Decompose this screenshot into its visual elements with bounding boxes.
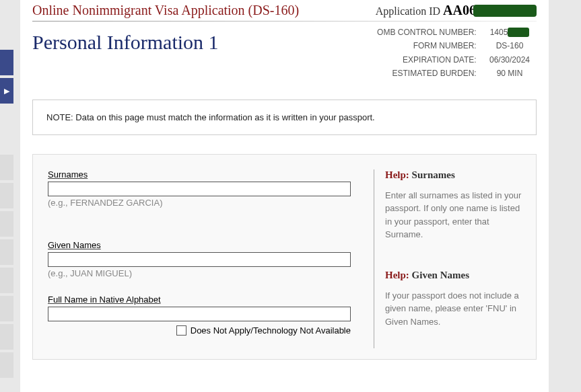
- section-title: Personal Information 1: [32, 26, 219, 54]
- application-id-value: AA06: [443, 3, 476, 17]
- burden-label: ESTIMATED BURDEN:: [362, 67, 477, 80]
- divider: [32, 21, 537, 22]
- form-area: Surnames (e.g., FERNANDEZ GARCIA) Given …: [32, 154, 537, 360]
- redaction-block: [473, 5, 537, 17]
- native-name-input[interactable]: [48, 307, 351, 321]
- does-not-apply-checkbox[interactable]: [176, 325, 186, 336]
- burden-value: 90 MIN: [483, 67, 537, 80]
- sidebar-tab[interactable]: [0, 239, 13, 265]
- sidebar-tab[interactable]: [0, 352, 13, 378]
- sidebar-tab[interactable]: [0, 155, 13, 180]
- surnames-hint: (e.g., FERNANDEZ GARCIA): [48, 198, 363, 208]
- help-heading-given: Help: Given Names: [385, 270, 525, 281]
- help-heading-surnames: Help: Surnames: [385, 169, 525, 181]
- native-name-label: Full Name in Native Alphabet: [48, 295, 363, 305]
- sidebar-tab[interactable]: [0, 296, 13, 321]
- sidebar-tab[interactable]: [0, 183, 13, 208]
- sidebar-tab[interactable]: [0, 211, 13, 237]
- sidebar-tab-arrow[interactable]: ▶: [0, 78, 13, 104]
- surnames-label: Surnames: [48, 169, 363, 180]
- given-names-label: Given Names: [48, 240, 363, 250]
- app-title: Online Nonimmigrant Visa Application (DS…: [32, 3, 299, 18]
- form-metadata: OMB CONTROL NUMBER: 1405 FORM NUMBER: DS…: [362, 26, 537, 81]
- help-text-surnames: Enter all surnames as listed in your pas…: [385, 189, 525, 241]
- help-text-given: If your passport does not include a give…: [385, 289, 525, 329]
- omb-label: OMB CONTROL NUMBER:: [362, 26, 477, 39]
- form-number-label: FORM NUMBER:: [362, 39, 477, 52]
- does-not-apply-label: Does Not Apply/Technology Not Available: [191, 325, 351, 336]
- note-box: NOTE: Data on this page must match the i…: [32, 100, 537, 135]
- sidebar-tab[interactable]: [0, 50, 13, 75]
- sidebar-tab[interactable]: [0, 324, 13, 350]
- form-number-value: DS-160: [483, 39, 537, 52]
- sidebar-tab[interactable]: [0, 268, 13, 293]
- application-id-label: Application ID: [376, 5, 440, 17]
- surnames-input[interactable]: [48, 182, 351, 196]
- expiration-label: EXPIRATION DATE:: [362, 53, 477, 67]
- application-id: Application ID AA06: [376, 3, 537, 18]
- given-names-hint: (e.g., JUAN MIGUEL): [48, 268, 363, 278]
- chevron-right-icon: ▶: [4, 87, 9, 95]
- omb-value: 1405: [483, 26, 537, 39]
- redaction-block: [508, 28, 529, 37]
- given-names-input[interactable]: [48, 252, 351, 267]
- expiration-value: 06/30/2024: [483, 53, 537, 67]
- right-gutter: [549, 0, 581, 392]
